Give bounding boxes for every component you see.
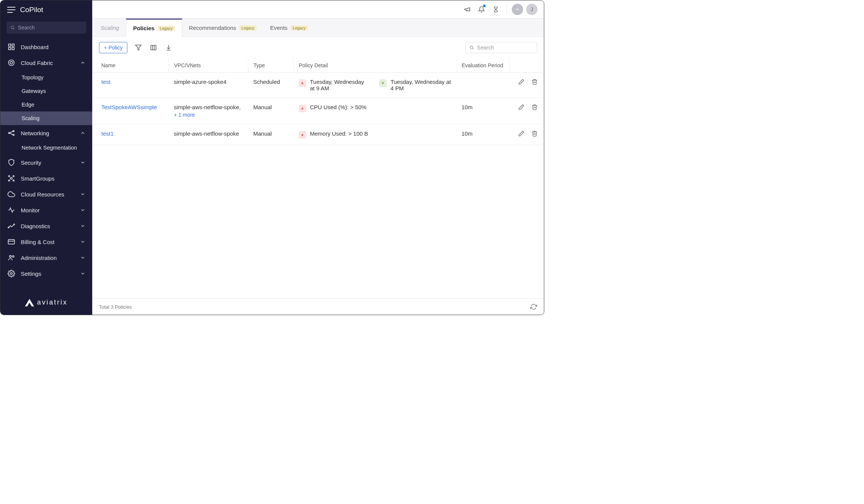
tab-scaling[interactable]: Scaling — [94, 19, 126, 36]
dashboard-icon — [7, 43, 15, 51]
sidebar-item-label: Administration — [21, 255, 57, 261]
columns-icon[interactable] — [150, 44, 157, 51]
tabs-bar: Scaling Policies Legacy Recommendations … — [92, 19, 544, 37]
tab-recommendations[interactable]: Recommendations Legacy — [182, 19, 263, 36]
table-search-input[interactable] — [477, 45, 533, 51]
sidebar-search[interactable] — [6, 22, 86, 34]
cloud-icon — [7, 190, 15, 198]
sidebar-item-label: Cloud Fabric — [21, 60, 53, 66]
sidebar-item-networking[interactable]: Networking — [0, 125, 92, 141]
svg-rect-3 — [12, 44, 14, 46]
sidebar-item-topology[interactable]: Topology — [0, 71, 92, 84]
main-content: J Scaling Policies Legacy Recommendation… — [92, 0, 544, 315]
sidebar-item-billing[interactable]: Billing & Cost — [0, 234, 92, 250]
chevron-up-icon — [80, 130, 85, 136]
col-eval-period[interactable]: Evaluation Period — [456, 59, 509, 73]
bell-icon[interactable] — [475, 3, 488, 15]
sidebar-item-administration[interactable]: Administration — [0, 250, 92, 266]
table-footer: Total 3 Policies — [92, 298, 544, 315]
policies-table: Name VPC/VNets Type Policy Detail Evalua… — [92, 59, 544, 298]
svg-line-12 — [10, 133, 13, 135]
type-text: Manual — [253, 130, 272, 137]
menu-toggle-icon[interactable] — [7, 7, 15, 13]
cloud-fabric-icon — [7, 59, 15, 67]
sidebar-item-cloud-fabric[interactable]: Cloud Fabric — [0, 55, 92, 71]
total-count: Total 3 Policies — [99, 304, 132, 310]
table-search[interactable] — [465, 42, 537, 53]
col-type[interactable]: Type — [248, 59, 293, 73]
delete-icon[interactable] — [531, 79, 538, 85]
policy-name-link[interactable]: test — [101, 79, 110, 85]
col-name[interactable]: Name — [93, 59, 169, 73]
refresh-icon[interactable] — [530, 303, 537, 310]
svg-point-16 — [9, 180, 10, 181]
sidebar-item-settings[interactable]: Settings — [0, 266, 92, 281]
svg-point-17 — [13, 180, 14, 181]
filter-icon[interactable] — [135, 44, 142, 51]
tab-events[interactable]: Events Legacy — [263, 19, 315, 36]
sidebar-item-smartgroups[interactable]: SmartGroups — [0, 170, 92, 186]
svg-point-8 — [9, 132, 10, 133]
chevron-down-icon — [80, 239, 85, 244]
shield-icon — [7, 158, 15, 167]
svg-point-7 — [10, 62, 13, 64]
topbar: J — [92, 0, 544, 19]
svg-rect-5 — [12, 48, 14, 50]
aviatrix-logo-icon — [25, 299, 34, 306]
monitor-icon — [7, 206, 15, 214]
sidebar-item-label: Diagnostics — [21, 223, 50, 229]
sidebar-item-monitor[interactable]: Monitor — [0, 202, 92, 218]
svg-line-1 — [14, 28, 14, 29]
tab-policies[interactable]: Policies Legacy — [126, 19, 182, 37]
policy-detail-text: Tuesday, Wednesday at 9 AM — [310, 79, 370, 91]
svg-point-6 — [9, 60, 14, 66]
sidebar-item-edge[interactable]: Edge — [0, 98, 92, 111]
edit-icon[interactable] — [518, 104, 525, 110]
sidebar-item-diagnostics[interactable]: Diagnostics — [0, 218, 92, 234]
scale-down-icon — [379, 79, 387, 87]
download-icon[interactable] — [165, 44, 172, 51]
edit-icon[interactable] — [518, 79, 525, 85]
chevron-down-icon — [80, 207, 85, 213]
svg-rect-2 — [9, 44, 11, 46]
svg-point-23 — [12, 256, 14, 257]
table-header-row: Name VPC/VNets Type Policy Detail Evalua… — [93, 59, 543, 73]
col-actions — [509, 59, 543, 73]
toolbar: + Policy — [92, 37, 544, 59]
search-icon — [10, 25, 15, 30]
hourglass-icon[interactable] — [490, 3, 502, 15]
announce-icon[interactable] — [461, 3, 473, 15]
delete-icon[interactable] — [531, 104, 538, 110]
sidebar-item-network-segmentation[interactable]: Network Segmentation — [0, 141, 92, 155]
notification-dot — [483, 5, 486, 7]
vpc-more-link[interactable]: + 1 more — [174, 112, 243, 118]
table-row: test simple-azure-spoke4 Scheduled Tuesd… — [93, 73, 543, 98]
topbar-divider — [506, 5, 507, 14]
svg-rect-4 — [9, 48, 11, 50]
svg-point-9 — [13, 130, 14, 131]
sidebar-item-security[interactable]: Security — [0, 155, 92, 170]
col-vpc[interactable]: VPC/VNets — [169, 59, 248, 73]
policy-name-link[interactable]: TestSpokeAWSsimple — [101, 104, 157, 110]
up-avatar[interactable] — [511, 3, 523, 15]
sidebar-item-dashboard[interactable]: Dashboard — [0, 39, 92, 55]
delete-icon[interactable] — [531, 130, 538, 137]
scale-up-icon — [299, 105, 306, 112]
brand-title: CoPilot — [20, 6, 43, 14]
edit-icon[interactable] — [518, 130, 525, 137]
sidebar-item-label: Cloud Resources — [21, 191, 64, 198]
sidebar-footer-brand: aviatrix — [0, 292, 92, 315]
svg-rect-26 — [151, 45, 156, 50]
add-policy-button[interactable]: + Policy — [99, 42, 127, 53]
svg-line-31 — [473, 48, 474, 49]
sidebar-item-cloud-resources[interactable]: Cloud Resources — [0, 186, 92, 202]
col-policy-detail[interactable]: Policy Detail — [293, 59, 456, 73]
sidebar-item-scaling[interactable]: Scaling — [0, 111, 92, 125]
user-avatar[interactable]: J — [526, 3, 538, 15]
policy-name-link[interactable]: test1 — [101, 130, 114, 137]
gear-icon — [7, 269, 15, 278]
sidebar-item-gateways[interactable]: Gateways — [0, 84, 92, 98]
sidebar-item-label: Security — [21, 159, 41, 166]
svg-point-19 — [14, 224, 15, 225]
sidebar-search-input[interactable] — [18, 25, 83, 31]
